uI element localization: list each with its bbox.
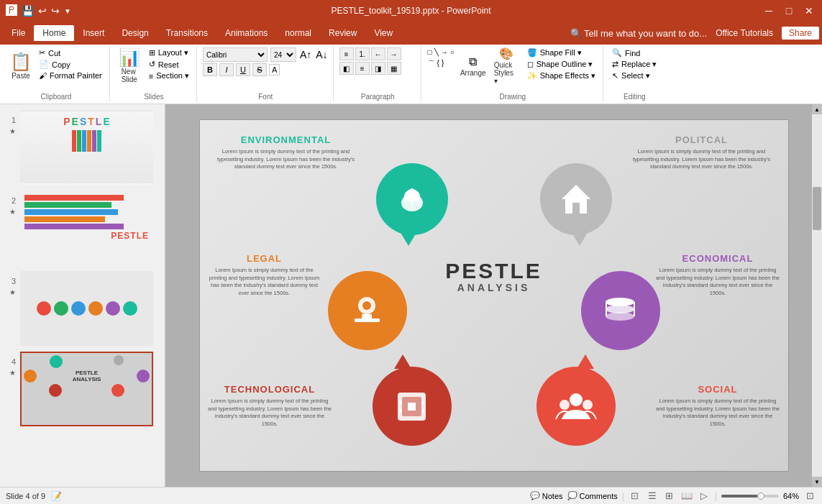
font-family-select[interactable]: Calibri <box>203 47 268 62</box>
status-right: 💬 Notes 💭 Comments | ⊡ ☰ ⊞ 📖 ▷ | 64% ⊡ <box>530 490 816 503</box>
save-icon[interactable]: 💾 <box>22 5 34 17</box>
customize-icon[interactable]: ▼ <box>64 7 71 15</box>
normal-view-button[interactable]: ⊡ <box>629 490 641 503</box>
tab-insert[interactable]: Insert <box>74 25 113 41</box>
strikethrough-button[interactable]: S <box>252 63 267 76</box>
search-tell-me[interactable]: 🔍 Tell me what you want to do... <box>570 28 708 39</box>
slide-image-1[interactable]: P E S T L E <box>20 110 153 185</box>
decrease-indent-button[interactable]: ← <box>371 47 385 60</box>
underline-button[interactable]: U <box>236 63 250 76</box>
tab-design[interactable]: Design <box>113 25 157 41</box>
shape-oval[interactable]: ○ <box>449 47 455 57</box>
shape-bracket[interactable]: { <box>437 58 440 70</box>
undo-icon[interactable]: ↩ <box>38 5 47 17</box>
increase-font-button[interactable]: A↑ <box>299 48 312 61</box>
tab-transitions[interactable]: Transitions <box>157 25 216 41</box>
powerpoint-icon: 🅿 <box>6 4 17 17</box>
scroll-down-button[interactable]: ▼ <box>812 477 822 487</box>
technological-icon <box>392 387 431 426</box>
shape-outline-button[interactable]: ◻ Shape Outline ▾ <box>524 59 598 70</box>
slide-image-2[interactable]: PESTLE <box>20 191 153 265</box>
new-slide-button[interactable]: 📊 NewSlide <box>116 47 143 85</box>
columns-button[interactable]: ▦ <box>387 62 401 75</box>
office-tutorials-link[interactable]: Office Tutorials <box>716 28 773 38</box>
bullet-list-button[interactable]: ≡ <box>339 47 354 60</box>
scroll-up-button[interactable]: ▲ <box>812 104 822 114</box>
minimize-button[interactable]: ─ <box>762 4 776 18</box>
share-button[interactable]: Share <box>782 27 819 40</box>
reading-view-button[interactable]: 📖 <box>680 490 693 503</box>
select-button[interactable]: ↖ Select ▾ <box>609 70 653 81</box>
font-size-select[interactable]: 24 <box>270 47 296 62</box>
paste-button[interactable]: 📋 Paste <box>7 47 35 85</box>
increase-indent-button[interactable]: → <box>387 47 401 60</box>
social-section: SOCIAL Lorem Ipsum is simply dummy text … <box>655 384 781 428</box>
environmental-icon <box>394 181 430 217</box>
slide-image-4[interactable]: PESTLEANALYSIS <box>20 352 153 426</box>
political-title: POLITCAL <box>630 134 774 145</box>
align-center-button[interactable]: ≡ <box>355 62 370 75</box>
clipboard-small-buttons: ✂ Cut 📄 Copy 🖌 Format Painter <box>36 47 105 81</box>
tab-home[interactable]: Home <box>34 25 74 41</box>
copy-button[interactable]: 📄 Copy <box>36 59 105 70</box>
shape-effects-button[interactable]: ✨ Shape Effects ▾ <box>524 70 598 81</box>
fit-to-window-button[interactable]: ⊡ <box>803 490 816 503</box>
arrange-button[interactable]: ⧉ Arrange <box>458 47 488 85</box>
shape-rect[interactable]: □ <box>427 47 433 57</box>
scroll-track <box>812 114 822 477</box>
close-button[interactable]: ✕ <box>802 4 816 18</box>
slide-canvas[interactable]: ENVIRONMENTAL Lorem Ipsum is simply dumm… <box>199 119 789 472</box>
slide-thumbnail-3[interactable]: 3 ★ <box>4 271 160 346</box>
vertical-scrollbar[interactable]: ▲ ▼ <box>812 104 822 487</box>
notes-button[interactable]: 💬 Notes <box>530 491 563 500</box>
section-button[interactable]: ≡ Section ▾ <box>146 70 192 81</box>
font-group-label: Font <box>198 93 333 101</box>
zoom-thumb[interactable] <box>757 492 764 500</box>
replace-button[interactable]: ⇄ Replace ▾ <box>609 59 659 70</box>
shape-fill-button[interactable]: 🪣 Shape Fill ▾ <box>524 47 598 58</box>
maximize-button[interactable]: □ <box>782 4 796 18</box>
presenter-view-button[interactable]: ▷ <box>698 490 711 503</box>
tab-slideshow[interactable]: normal <box>276 25 320 41</box>
reset-button[interactable]: ↺ Reset <box>146 59 192 70</box>
shape-arrow[interactable]: → <box>440 47 449 57</box>
scroll-thumb[interactable] <box>813 187 821 230</box>
font-color-button[interactable]: A <box>269 64 280 75</box>
comments-button[interactable]: 💭 Comments <box>567 491 618 500</box>
redo-icon[interactable]: ↪ <box>51 5 60 17</box>
tab-animations[interactable]: Animations <box>216 25 276 41</box>
shape-brace[interactable]: } <box>441 58 444 70</box>
slide-thumbnail-4[interactable]: 4 ★ PESTLEANALYSIS <box>4 352 160 426</box>
svg-rect-16 <box>399 401 402 404</box>
slide-image-3[interactable] <box>20 271 153 346</box>
shape-format-buttons: 🪣 Shape Fill ▾ ◻ Shape Outline ▾ ✨ Shape… <box>524 47 598 81</box>
legal-text: Lorem Ipsum is simply dummy text of the … <box>207 267 322 297</box>
slide-thumbnail-2[interactable]: 2 ★ PESTLE <box>4 191 160 265</box>
technological-bubble <box>373 367 452 446</box>
cut-button[interactable]: ✂ Cut <box>36 47 105 58</box>
tab-file[interactable]: File <box>3 25 34 41</box>
arrange-quick-area: ⧉ Arrange <box>458 47 488 85</box>
slide-panel: 1 ★ P E S T L E <box>0 104 165 487</box>
slide-sorter-button[interactable]: ⊞ <box>663 490 676 503</box>
shape-line[interactable]: ╲ <box>434 47 439 57</box>
tab-view[interactable]: View <box>365 25 401 41</box>
italic-button[interactable]: I <box>219 63 234 76</box>
zoom-slider[interactable] <box>721 495 779 498</box>
find-button[interactable]: 🔍 Find <box>609 47 643 58</box>
slide-thumbnail-1[interactable]: 1 ★ P E S T L E <box>4 110 160 185</box>
layout-button[interactable]: ⊞ Layout ▾ <box>146 47 192 58</box>
quick-styles-button[interactable]: 🎨 Quick Styles ▾ <box>491 47 521 85</box>
decrease-font-button[interactable]: A↓ <box>315 48 328 61</box>
bold-button[interactable]: B <box>203 63 217 76</box>
svg-point-20 <box>570 393 583 406</box>
numbered-list-button[interactable]: 1. <box>355 47 370 60</box>
shape-curve[interactable]: ⌒ <box>427 58 436 70</box>
format-painter-button[interactable]: 🖌 Format Painter <box>36 70 105 81</box>
svg-point-22 <box>583 400 593 410</box>
outline-view-button[interactable]: ☰ <box>646 490 659 503</box>
tab-review[interactable]: Review <box>320 25 365 41</box>
align-right-button[interactable]: ◨ <box>371 62 385 75</box>
legal-section: LEGAL Lorem Ipsum is simply dummy text o… <box>207 253 322 297</box>
align-left-button[interactable]: ◧ <box>339 62 354 75</box>
